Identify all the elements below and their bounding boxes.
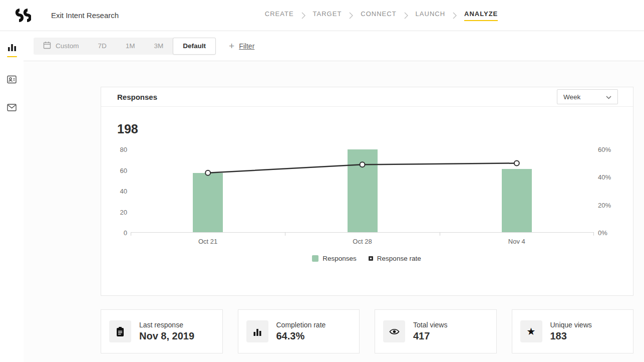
- responses-total: 198: [117, 122, 616, 136]
- content-area: Responses Week 198 806040200: [24, 61, 644, 362]
- right-axis: 60%40%20%0%: [598, 149, 616, 233]
- chevron-right-icon: [349, 12, 353, 19]
- period-select[interactable]: Week: [557, 89, 618, 104]
- envelope-icon: [7, 104, 17, 113]
- stat-card-completion-rate: Completion rate 64.3%: [238, 309, 360, 353]
- axis-tick-label: 0%: [598, 229, 607, 237]
- legend-label: Responses: [323, 255, 357, 262]
- chevron-right-icon: [301, 12, 305, 19]
- range-1m[interactable]: 1M: [116, 38, 145, 55]
- legend-item-bar: Responses: [312, 255, 357, 262]
- chart: 806040200 60%40%20%0%: [117, 149, 616, 233]
- stat-label: Unique views: [550, 321, 592, 329]
- step-analyze[interactable]: ANALYZE: [464, 10, 498, 21]
- active-indicator: [7, 56, 17, 57]
- stat-card-total-views: Total views 417: [375, 309, 497, 353]
- stat-label: Last response: [139, 321, 194, 329]
- stat-value: 64.3%: [276, 330, 326, 342]
- calendar-icon: [43, 41, 51, 51]
- stat-label: Total views: [413, 321, 447, 329]
- chart-legend: ResponsesResponse rate: [117, 255, 616, 262]
- responses-card-body: 198 806040200 60%40%20%0% Oct 21Oct 28No…: [101, 107, 633, 262]
- axis-tick-label: 40%: [598, 173, 611, 181]
- logo[interactable]: [14, 8, 32, 24]
- contact-card-icon: [7, 75, 17, 86]
- legend-item-line: Response rate: [369, 255, 421, 262]
- response-rate-line: [131, 149, 594, 232]
- stat-value: 417: [413, 330, 447, 342]
- project-title: Exit Intent Research: [51, 11, 119, 20]
- filter-label: Filter: [239, 42, 254, 50]
- stat-label: Completion rate: [276, 321, 326, 329]
- range-option-label: Custom: [56, 42, 79, 50]
- line-swatch-icon: [369, 256, 373, 261]
- range-3m[interactable]: 3M: [145, 38, 173, 55]
- axis-tick-label: 0: [124, 229, 127, 237]
- stat-value: Nov 8, 2019: [139, 330, 194, 342]
- sidebar-item-messages[interactable]: [7, 104, 17, 113]
- chevron-right-icon: [453, 12, 457, 19]
- toolbar: Custom 7D 1M 3M Default + Filter: [24, 31, 644, 61]
- top-header: Exit Intent Research CREATE TARGET CONNE…: [0, 0, 644, 31]
- chevron-right-icon: [404, 12, 408, 19]
- bar-chart-icon: [8, 43, 17, 54]
- stats-row: Last response Nov 8, 2019 Completion rat…: [101, 309, 633, 353]
- step-launch[interactable]: LAUNCH: [416, 10, 445, 21]
- chart-x-label: Oct 21: [198, 238, 217, 245]
- sidebar: [0, 31, 24, 362]
- bar-swatch-icon: [312, 255, 318, 262]
- period-select-value: Week: [563, 93, 580, 101]
- card-title: Responses: [117, 93, 157, 101]
- axis-tick-label: 60: [120, 166, 127, 174]
- chevron-down-icon: [606, 93, 611, 101]
- stat-card-unique-views: ★ Unique views 183: [512, 309, 634, 353]
- stat-card-last-response: Last response Nov 8, 2019: [101, 309, 223, 353]
- axis-tick-label: 60%: [598, 146, 611, 153]
- axis-tick-label: 20%: [598, 201, 611, 209]
- bar-chart-icon: [246, 320, 268, 342]
- date-range-group: Custom 7D 1M 3M Default: [34, 38, 216, 55]
- range-custom[interactable]: Custom: [34, 38, 89, 55]
- axis-tick-label: 80: [120, 146, 127, 153]
- step-create[interactable]: CREATE: [265, 10, 294, 21]
- clipboard-icon: [109, 320, 131, 342]
- range-default[interactable]: Default: [173, 38, 216, 55]
- chart-x-labels: Oct 21Oct 28Nov 4: [131, 233, 594, 248]
- add-filter-link[interactable]: + Filter: [229, 41, 254, 51]
- eye-icon: [383, 320, 405, 342]
- stat-value: 183: [550, 330, 592, 342]
- responses-card: Responses Week 198 806040200: [101, 87, 633, 296]
- logo-icon: [14, 8, 31, 23]
- axis-tick-label: 40: [120, 188, 127, 195]
- chart-x-axis: Oct 21Oct 28Nov 4: [117, 233, 616, 248]
- range-7d[interactable]: 7D: [89, 38, 116, 55]
- chart-x-label: Nov 4: [508, 238, 525, 245]
- plus-icon: +: [229, 41, 234, 51]
- step-target[interactable]: TARGET: [313, 10, 342, 21]
- step-connect[interactable]: CONNECT: [361, 10, 396, 21]
- chart-x-label: Oct 28: [353, 238, 372, 245]
- sidebar-item-analytics[interactable]: [7, 43, 17, 57]
- sidebar-item-contacts[interactable]: [7, 75, 17, 86]
- star-icon: ★: [520, 320, 542, 342]
- app: Exit Intent Research CREATE TARGET CONNE…: [0, 0, 644, 362]
- responses-card-header: Responses Week: [101, 87, 633, 107]
- chart-plot: [131, 149, 594, 233]
- legend-label: Response rate: [377, 255, 421, 262]
- left-axis: 806040200: [117, 149, 127, 233]
- axis-tick-label: 20: [120, 208, 127, 216]
- breadcrumb: CREATE TARGET CONNECT LAUNCH ANALYZE: [119, 10, 644, 21]
